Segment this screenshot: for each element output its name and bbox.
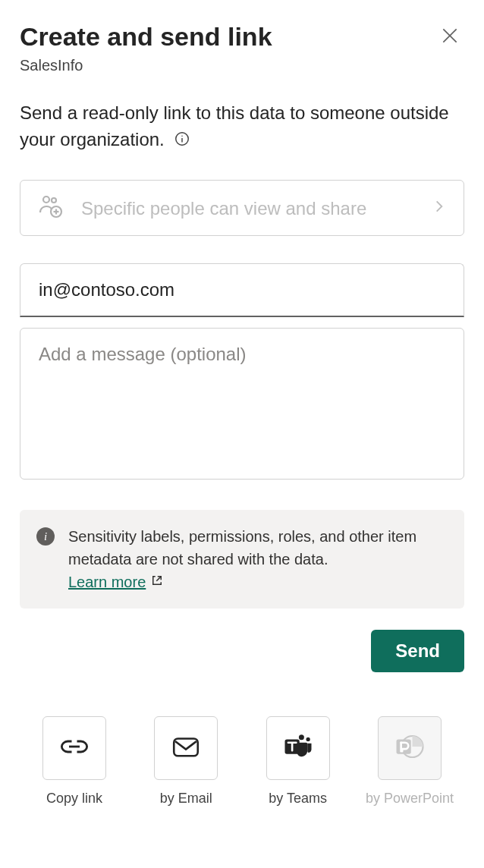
share-option-powerpoint: by PowerPoint bbox=[358, 716, 461, 807]
svg-rect-12 bbox=[174, 739, 199, 756]
svg-point-6 bbox=[52, 198, 56, 203]
share-option-copy-link: Copy link bbox=[23, 716, 126, 807]
share-options-row: Copy link by Email bbox=[20, 716, 464, 807]
notice-text: Sensitivity labels, permissions, roles, … bbox=[68, 528, 416, 568]
panel-subtitle: SalesInfo bbox=[20, 57, 272, 74]
by-email-button[interactable] bbox=[154, 716, 218, 780]
chevron-right-icon bbox=[432, 199, 447, 217]
email-field[interactable] bbox=[20, 263, 464, 317]
external-link-icon bbox=[150, 571, 164, 593]
by-teams-button[interactable] bbox=[266, 716, 330, 780]
svg-point-3 bbox=[182, 135, 183, 136]
title-block: Create and send link SalesInfo bbox=[20, 21, 272, 74]
powerpoint-icon bbox=[394, 731, 426, 766]
people-icon bbox=[37, 193, 64, 223]
svg-line-10 bbox=[157, 577, 162, 581]
learn-more-text: Learn more bbox=[68, 571, 146, 593]
share-option-email: by Email bbox=[134, 716, 237, 807]
description-text: Send a read-only link to this data to so… bbox=[20, 102, 449, 149]
info-icon[interactable] bbox=[169, 129, 190, 149]
permission-selector[interactable]: Specific people can view and share bbox=[20, 180, 464, 236]
share-option-teams: by Teams bbox=[247, 716, 350, 807]
copy-link-button[interactable] bbox=[42, 716, 106, 780]
info-notice: i Sensitivity labels, permissions, roles… bbox=[20, 510, 464, 609]
share-panel: Create and send link SalesInfo Send a re… bbox=[0, 0, 484, 825]
permission-text: Specific people can view and share bbox=[81, 197, 415, 220]
svg-point-14 bbox=[306, 737, 310, 741]
email-icon bbox=[170, 731, 202, 766]
by-powerpoint-label: by PowerPoint bbox=[366, 791, 454, 807]
svg-point-13 bbox=[299, 735, 304, 741]
by-email-label: by Email bbox=[160, 791, 212, 807]
teams-icon bbox=[282, 731, 314, 766]
send-button[interactable]: Send bbox=[371, 630, 464, 672]
by-teams-label: by Teams bbox=[269, 791, 327, 807]
svg-point-5 bbox=[43, 197, 49, 203]
close-button[interactable] bbox=[435, 21, 464, 52]
message-field[interactable] bbox=[20, 328, 464, 480]
learn-more-link[interactable]: Learn more bbox=[68, 571, 164, 593]
panel-title: Create and send link bbox=[20, 21, 272, 52]
close-icon bbox=[440, 36, 460, 48]
send-row: Send bbox=[20, 630, 464, 672]
by-powerpoint-button[interactable] bbox=[378, 716, 442, 780]
link-icon bbox=[58, 731, 90, 766]
notice-text-block: Sensitivity labels, permissions, roles, … bbox=[68, 525, 448, 593]
copy-link-label: Copy link bbox=[46, 791, 102, 807]
notice-info-icon: i bbox=[36, 527, 55, 546]
header: Create and send link SalesInfo bbox=[20, 21, 464, 74]
description: Send a read-only link to this data to so… bbox=[20, 100, 464, 153]
